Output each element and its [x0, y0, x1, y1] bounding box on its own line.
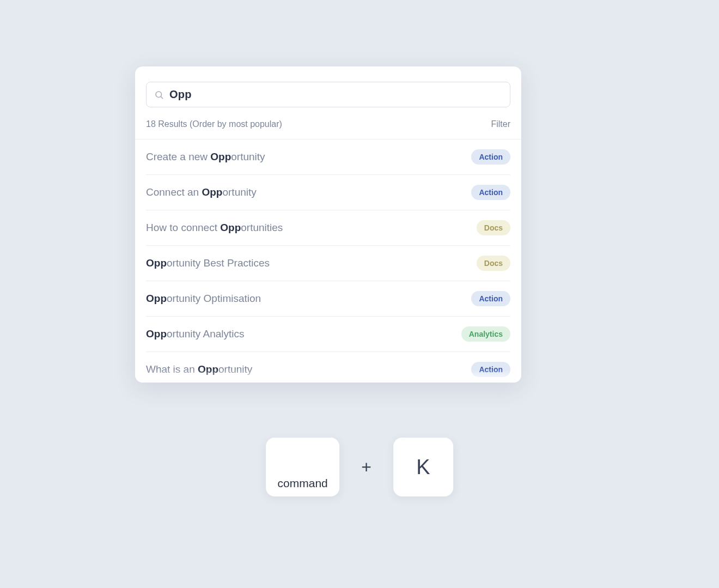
result-tag-action: Action — [471, 291, 510, 306]
key-command: command — [266, 438, 339, 496]
search-input[interactable] — [169, 88, 502, 101]
result-tag-action: Action — [471, 362, 510, 377]
result-label: Opportunity Best Practices — [146, 257, 270, 269]
key-k: K — [393, 438, 453, 496]
result-row[interactable]: Opportunity Analytics Analytics — [146, 317, 510, 352]
result-tag-action: Action — [471, 185, 510, 200]
search-bar-wrap — [135, 66, 521, 107]
result-label: Connect an Opportunity — [146, 186, 257, 198]
svg-line-1 — [161, 96, 163, 99]
results-list: Create a new Opportunity Action Connect … — [135, 140, 521, 383]
keyboard-shortcut-hint: command + K — [266, 438, 453, 496]
key-command-label: command — [266, 477, 339, 490]
result-row[interactable]: What is an Opportunity Action — [146, 352, 510, 383]
result-row[interactable]: Create a new Opportunity Action — [146, 140, 510, 175]
result-row[interactable]: Opportunity Optimisation Action — [146, 281, 510, 317]
command-palette: 18 Results (Order by most popular) Filte… — [135, 66, 521, 383]
plus-icon: + — [361, 457, 371, 477]
result-tag-action: Action — [471, 149, 510, 165]
result-label: Create a new Opportunity — [146, 151, 265, 163]
search-icon — [154, 90, 164, 100]
result-label: What is an Opportunity — [146, 363, 252, 375]
key-k-label: K — [416, 456, 430, 479]
filter-link[interactable]: Filter — [491, 119, 510, 129]
result-label: Opportunity Analytics — [146, 328, 245, 340]
result-row[interactable]: Connect an Opportunity Action — [146, 175, 510, 210]
result-row[interactable]: How to connect Opportunities Docs — [146, 210, 510, 246]
result-tag-docs: Docs — [477, 220, 510, 235]
results-meta-row: 18 Results (Order by most popular) Filte… — [135, 107, 521, 139]
result-label: How to connect Opportunities — [146, 222, 283, 234]
result-row[interactable]: Opportunity Best Practices Docs — [146, 246, 510, 281]
search-bar[interactable] — [146, 82, 510, 107]
results-count-text: 18 Results (Order by most popular) — [146, 119, 282, 129]
result-tag-docs: Docs — [477, 256, 510, 271]
result-tag-analytics: Analytics — [461, 326, 510, 342]
result-label: Opportunity Optimisation — [146, 293, 261, 305]
